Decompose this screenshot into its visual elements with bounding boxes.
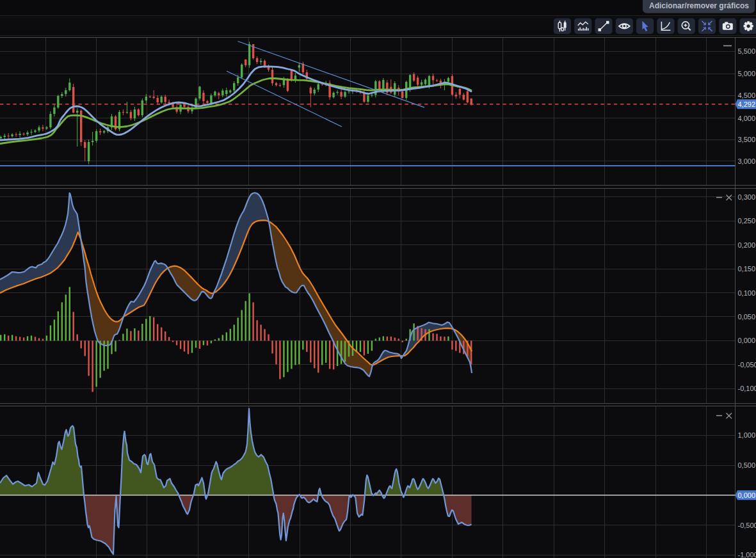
svg-text:0,050: 0,050 — [738, 313, 756, 321]
svg-text:4,292: 4,292 — [738, 100, 756, 108]
svg-text:4,500: 4,500 — [738, 92, 756, 99]
svg-text:-0,100: -0,100 — [738, 385, 756, 392]
svg-text:-1,000: -1,000 — [738, 551, 756, 558]
svg-text:4,000: 4,000 — [738, 115, 756, 122]
svg-text:-0,500: -0,500 — [738, 522, 756, 529]
svg-text:1,000: 1,000 — [738, 431, 756, 439]
svg-text:5,500: 5,500 — [738, 47, 756, 55]
svg-text:0,200: 0,200 — [738, 241, 756, 249]
svg-text:Adicionar/remover gráficos: Adicionar/remover gráficos — [649, 1, 749, 10]
svg-text:0,500: 0,500 — [738, 461, 756, 469]
svg-text:0,000: 0,000 — [738, 491, 756, 499]
svg-text:0,100: 0,100 — [738, 289, 756, 297]
svg-text:0,300: 0,300 — [738, 193, 756, 201]
svg-text:-0,050: -0,050 — [738, 361, 756, 369]
svg-text:0,000: 0,000 — [738, 337, 756, 344]
svg-text:3,000: 3,000 — [738, 157, 756, 165]
svg-text:0,150: 0,150 — [738, 265, 756, 273]
svg-text:5,000: 5,000 — [738, 70, 756, 77]
svg-text:0,250: 0,250 — [738, 217, 756, 225]
svg-text:3,500: 3,500 — [738, 136, 756, 143]
